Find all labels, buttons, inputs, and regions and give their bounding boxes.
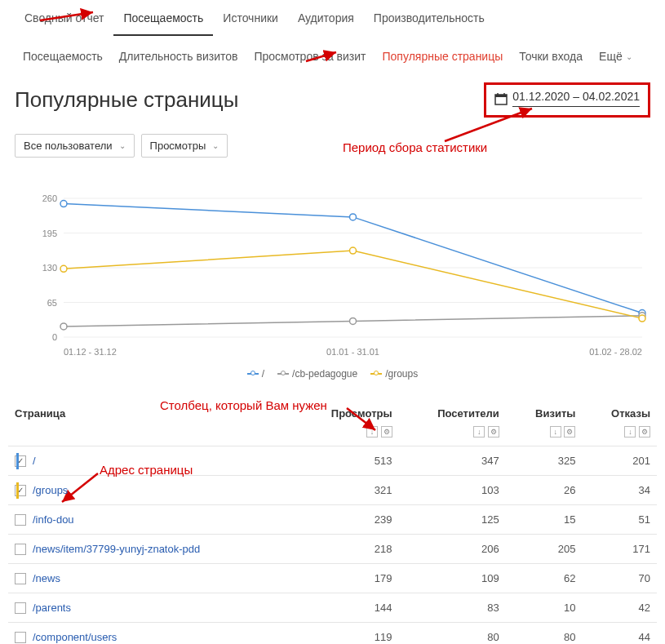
svg-rect-1 xyxy=(495,95,507,97)
cell-visits: 80 xyxy=(506,623,583,645)
sort-icon[interactable]: ↓ xyxy=(550,426,561,437)
cell-views: 119 xyxy=(293,623,399,645)
cell-visitors: 103 xyxy=(399,476,506,505)
tab-audience[interactable]: Аудитория xyxy=(288,0,364,36)
page-path[interactable]: /component/users xyxy=(33,631,117,643)
legend-label: /cb-pedagogue xyxy=(292,368,357,380)
page-path[interactable]: /news/item/37799-yunyj-znatok-pdd xyxy=(33,543,200,555)
table-row: /groups 321 103 26 34 xyxy=(8,476,657,505)
cell-visits: 62 xyxy=(506,564,583,593)
cell-visitors: 347 xyxy=(399,446,506,476)
gear-icon[interactable]: ⚙ xyxy=(639,426,650,437)
col-header-visitors[interactable]: Посетители xyxy=(399,399,506,423)
subtab-more[interactable]: Ещё ⌄ xyxy=(591,37,641,76)
date-range-text: 01.12.2020 – 04.02.2021 xyxy=(512,90,640,107)
svg-text:195: 195 xyxy=(42,229,57,238)
tab-attendance[interactable]: Посещаемость xyxy=(113,0,213,36)
row-checkbox[interactable] xyxy=(15,544,26,555)
col-header-page[interactable]: Страница xyxy=(8,399,293,423)
page-path[interactable]: /news xyxy=(33,572,60,584)
filters-row: Все пользователи ⌄ Просмотры ⌄ xyxy=(0,134,665,174)
cell-bounces: 42 xyxy=(582,593,657,623)
subtab-entry-points[interactable]: Точки входа xyxy=(511,37,591,76)
page-path[interactable]: / xyxy=(33,455,36,467)
cell-visitors: 125 xyxy=(399,505,506,535)
chevron-down-icon: ⌄ xyxy=(626,52,632,61)
svg-text:260: 260 xyxy=(42,193,57,203)
chevron-down-icon: ⌄ xyxy=(119,141,126,150)
legend-item[interactable]: /groups xyxy=(370,368,418,380)
cell-visits: 325 xyxy=(506,446,583,476)
svg-text:01.12 - 31.12: 01.12 - 31.12 xyxy=(64,347,117,357)
calendar-icon xyxy=(494,92,508,105)
col-header-bounces[interactable]: Отказы xyxy=(582,399,657,423)
page-path[interactable]: /parents xyxy=(33,602,71,614)
subtab-popular-pages[interactable]: Популярные страницы xyxy=(375,37,512,76)
cell-bounces: 171 xyxy=(582,535,657,564)
table-row: /parents 144 83 10 42 xyxy=(8,593,657,623)
legend-label: / xyxy=(262,368,264,380)
svg-point-23 xyxy=(350,214,357,220)
gear-icon[interactable]: ⚙ xyxy=(488,426,499,437)
date-range-picker[interactable]: 01.12.2020 – 04.02.2021 xyxy=(484,82,650,118)
cell-visits: 15 xyxy=(506,505,583,535)
row-checkbox[interactable] xyxy=(15,514,26,526)
svg-point-28 xyxy=(60,265,67,272)
main-tabs: Сводный отчет Посещаемость Источники Ауд… xyxy=(0,0,665,37)
page-path[interactable]: /groups xyxy=(33,484,68,496)
chart-area: 06513019526001.12 - 31.1201.01 - 31.0101… xyxy=(0,174,665,399)
col-header-views[interactable]: Просмотры xyxy=(293,399,399,423)
sort-icon[interactable]: ↓ xyxy=(473,426,485,437)
cell-views: 239 xyxy=(293,505,399,535)
cell-visitors: 206 xyxy=(399,535,506,564)
cell-bounces: 44 xyxy=(582,623,657,645)
cell-bounces: 201 xyxy=(582,446,657,476)
subtab-duration[interactable]: Длительность визитов xyxy=(111,37,246,76)
data-table-container: Страница Просмотры Посетители Визиты Отк… xyxy=(0,399,665,644)
svg-point-25 xyxy=(60,323,67,330)
gear-icon[interactable]: ⚙ xyxy=(381,426,392,437)
data-table: Страница Просмотры Посетители Визиты Отк… xyxy=(8,399,657,644)
table-row: /news 179 109 62 70 xyxy=(8,564,657,593)
svg-point-26 xyxy=(350,318,357,324)
tab-summary[interactable]: Сводный отчет xyxy=(15,0,113,36)
page-path[interactable]: /info-dou xyxy=(33,513,74,526)
legend-label: /groups xyxy=(385,368,418,380)
chart-legend: //cb-pedagogue/groups xyxy=(15,362,650,391)
col-header-visits[interactable]: Визиты xyxy=(506,399,583,423)
cell-views: 144 xyxy=(293,593,399,623)
table-row: /component/users 119 80 80 44 xyxy=(8,623,657,645)
users-dropdown[interactable]: Все пользователи ⌄ xyxy=(15,134,135,158)
metric-dropdown[interactable]: Просмотры ⌄ xyxy=(141,134,228,158)
row-checkbox[interactable] xyxy=(15,632,26,643)
cell-views: 179 xyxy=(293,564,399,593)
line-chart[interactable]: 06513019526001.12 - 31.1201.01 - 31.0101… xyxy=(15,190,650,362)
table-row: / 513 347 325 201 xyxy=(8,446,657,476)
svg-point-29 xyxy=(350,247,357,254)
gear-icon[interactable]: ⚙ xyxy=(564,426,575,437)
cell-bounces: 34 xyxy=(582,476,657,505)
cell-bounces: 51 xyxy=(582,505,657,535)
tab-sources[interactable]: Источники xyxy=(213,0,288,36)
chevron-down-icon: ⌄ xyxy=(212,141,219,150)
legend-item[interactable]: /cb-pedagogue xyxy=(277,368,357,380)
svg-text:01.01 - 31.01: 01.01 - 31.01 xyxy=(326,347,379,357)
table-row: /news/item/37799-yunyj-znatok-pdd 218 20… xyxy=(8,535,657,564)
cell-visits: 10 xyxy=(506,593,583,623)
subtab-attendance[interactable]: Посещаемость xyxy=(15,37,111,76)
svg-text:01.02 - 28.02: 01.02 - 28.02 xyxy=(589,347,642,357)
row-checkbox[interactable] xyxy=(15,602,26,614)
cell-bounces: 70 xyxy=(582,564,657,593)
sort-icon[interactable]: ↓ xyxy=(624,426,636,437)
cell-visitors: 109 xyxy=(399,564,506,593)
subtab-views-per-visit[interactable]: Просмотров за визит xyxy=(246,37,374,76)
page-header: Популярные страницы 01.12.2020 – 04.02.2… xyxy=(0,76,665,134)
legend-item[interactable]: / xyxy=(247,368,264,380)
row-checkbox[interactable] xyxy=(15,573,26,584)
cell-views: 218 xyxy=(293,535,399,564)
tab-performance[interactable]: Производительность xyxy=(364,0,494,36)
sub-tabs: Посещаемость Длительность визитов Просмо… xyxy=(0,37,665,76)
table-row: /info-dou 239 125 15 51 xyxy=(8,505,657,535)
sort-icon[interactable]: ↓ xyxy=(366,426,378,437)
cell-visits: 26 xyxy=(506,476,583,505)
